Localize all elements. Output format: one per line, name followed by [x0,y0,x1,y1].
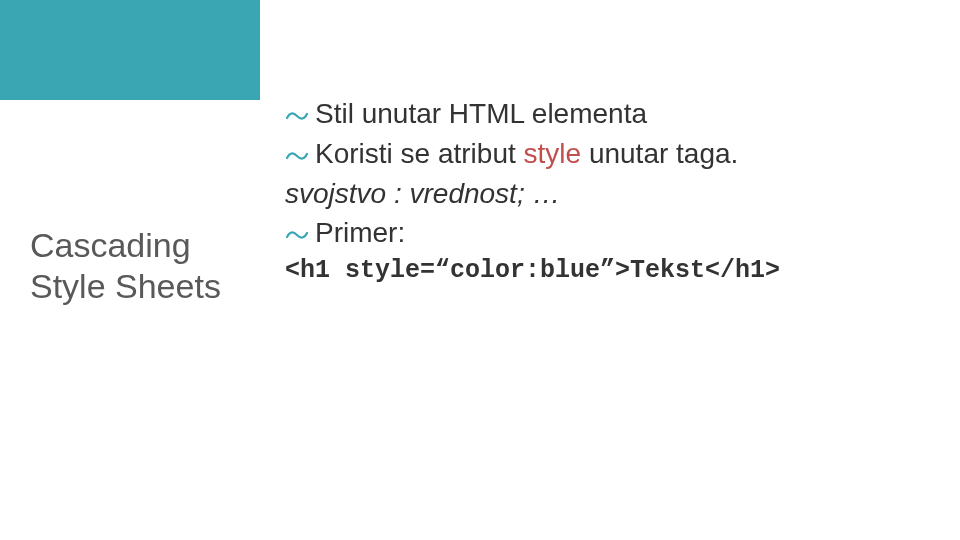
title-line-2: Style Sheets [30,267,221,305]
code-example: <h1 style=“color:blue”>Tekst</h1> [285,254,920,288]
bullet-icon [285,107,309,125]
bullet-item-3: Primer: [285,214,920,252]
bullet-item-1: Stil unutar HTML elementa [285,95,920,133]
bullet-2-highlight: style [524,138,582,169]
bullet-2-text-part-a: Koristi se atribut [315,138,524,169]
bullet-3-text: Primer: [315,217,405,248]
syntax-line: svojstvo : vrednost; … [285,175,920,213]
sidebar: Cascading Style Sheets [0,0,260,540]
bullet-icon [285,147,309,165]
main-content: Stil unutar HTML elementa Koristi se atr… [260,0,960,540]
bullet-icon [285,226,309,244]
accent-block [0,0,260,100]
bullet-item-2: Koristi se atribut style unutar taga. [285,135,920,173]
bullet-1-text: Stil unutar HTML elementa [315,98,647,129]
slide-title: Cascading Style Sheets [30,225,221,307]
bullet-2-text-part-b: unutar taga. [581,138,738,169]
slide: Cascading Style Sheets Stil unutar HTML … [0,0,960,540]
title-line-1: Cascading [30,226,191,264]
